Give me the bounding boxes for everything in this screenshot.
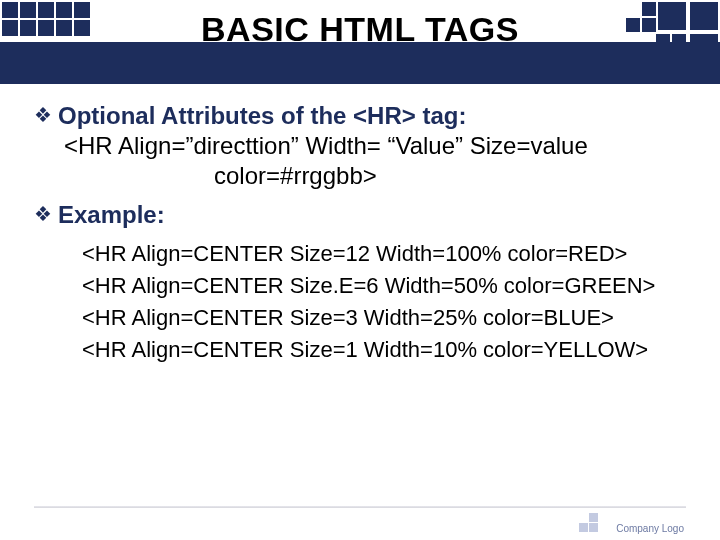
footer-logo-text: Company Logo [616, 523, 684, 534]
bullet-attributes-text: Optional Attributes of the <HR> tag: [58, 102, 466, 129]
syntax-line-2: color=#rrggbb> [64, 161, 686, 191]
syntax-line-1: <HR Align=”directtion” Width= “Value” Si… [64, 131, 686, 161]
page-title: BASIC HTML TAGS [0, 10, 720, 49]
syntax-block: <HR Align=”directtion” Width= “Value” Si… [64, 131, 686, 191]
footer-divider [34, 506, 686, 508]
bullet-attributes: ❖ Optional Attributes of the <HR> tag: [34, 102, 686, 129]
example-line: <HR Align=CENTER Size=1 Width=10% color=… [82, 334, 686, 366]
example-line: <HR Align=CENTER Size=3 Width=25% color=… [82, 302, 686, 334]
bullet-example-text: Example: [58, 201, 165, 228]
bullet-example: ❖ Example: [34, 201, 686, 228]
example-line: <HR Align=CENTER Size=12 Width=100% colo… [82, 238, 686, 270]
example-line: <HR Align=CENTER Size.E=6 Width=50% colo… [82, 270, 686, 302]
diamond-bullet-icon: ❖ [34, 102, 52, 129]
slide-content: ❖ Optional Attributes of the <HR> tag: <… [34, 96, 686, 366]
diamond-bullet-icon: ❖ [34, 201, 52, 228]
example-list: <HR Align=CENTER Size=12 Width=100% colo… [82, 238, 686, 366]
